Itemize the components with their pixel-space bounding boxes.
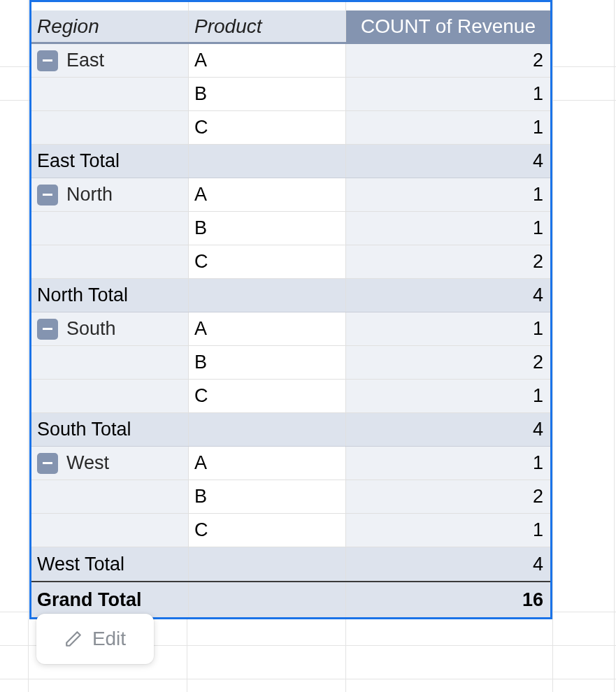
value-cell: 1 [346, 447, 550, 480]
value-cell: 2 [346, 346, 550, 379]
pivot-header-row: Region Product COUNT of Revenue [31, 10, 550, 44]
data-row[interactable]: B 1 [31, 212, 550, 245]
subtotal-row[interactable]: North Total 4 [31, 279, 550, 312]
product-cell: A [189, 447, 346, 480]
product-cell: C [189, 380, 346, 412]
header-region[interactable]: Region [31, 10, 189, 42]
collapse-icon[interactable] [37, 185, 58, 206]
subtotal-value: 4 [346, 413, 550, 446]
subtotal-label: West Total [31, 547, 189, 581]
subtotal-row[interactable]: West Total 4 [31, 547, 550, 581]
data-row[interactable]: North A 1 [31, 178, 550, 212]
subtotal-label: North Total [31, 279, 189, 312]
value-cell: 2 [346, 245, 550, 278]
value-cell: 1 [346, 312, 550, 345]
collapse-icon[interactable] [37, 319, 58, 340]
value-cell: 2 [346, 480, 550, 513]
product-cell: A [189, 178, 346, 211]
grand-total-row[interactable]: Grand Total 16 [31, 582, 550, 617]
edit-pivot-button[interactable]: Edit [36, 614, 154, 664]
pivot-table-selection[interactable]: Region Product COUNT of Revenue East A 2… [29, 0, 552, 619]
data-row[interactable]: East A 2 [31, 44, 550, 78]
value-cell: 1 [346, 78, 550, 110]
subtotal-value: 4 [346, 547, 550, 581]
product-cell: B [189, 212, 346, 245]
region-label: West [66, 452, 109, 474]
data-row[interactable]: C 2 [31, 245, 550, 279]
product-cell: A [189, 312, 346, 345]
product-cell: C [189, 245, 346, 278]
data-row[interactable]: C 1 [31, 514, 550, 547]
pivot-top-sliver [31, 2, 550, 10]
data-row[interactable]: B 2 [31, 346, 550, 380]
value-cell: 1 [346, 514, 550, 547]
value-cell: 2 [346, 44, 550, 77]
subtotal-row[interactable]: South Total 4 [31, 413, 550, 447]
product-cell: B [189, 480, 346, 513]
product-cell: C [189, 111, 346, 144]
data-row[interactable]: South A 1 [31, 312, 550, 346]
product-cell: B [189, 346, 346, 379]
data-row[interactable]: B 2 [31, 480, 550, 514]
value-cell: 1 [346, 111, 550, 144]
product-cell: C [189, 514, 346, 547]
data-row[interactable]: West A 1 [31, 447, 550, 480]
header-value[interactable]: COUNT of Revenue [346, 10, 550, 42]
region-label: North [66, 184, 113, 206]
edit-label: Edit [92, 628, 126, 650]
product-cell: B [189, 78, 346, 110]
subtotal-label: South Total [31, 413, 189, 446]
grand-total-label: Grand Total [31, 582, 189, 617]
region-label: South [66, 318, 116, 340]
data-row[interactable]: C 1 [31, 380, 550, 413]
subtotal-value: 4 [346, 145, 550, 178]
subtotal-row[interactable]: East Total 4 [31, 145, 550, 178]
header-product[interactable]: Product [189, 10, 346, 42]
subtotal-value: 4 [346, 279, 550, 312]
value-cell: 1 [346, 178, 550, 211]
subtotal-label: East Total [31, 145, 189, 178]
collapse-icon[interactable] [37, 50, 58, 71]
product-cell: A [189, 44, 346, 77]
collapse-icon[interactable] [37, 453, 58, 474]
region-label: East [66, 50, 104, 71]
value-cell: 1 [346, 212, 550, 245]
data-row[interactable]: C 1 [31, 111, 550, 145]
pencil-icon [64, 630, 83, 648]
value-cell: 1 [346, 380, 550, 412]
data-row[interactable]: B 1 [31, 78, 550, 111]
grand-total-value: 16 [346, 582, 550, 617]
